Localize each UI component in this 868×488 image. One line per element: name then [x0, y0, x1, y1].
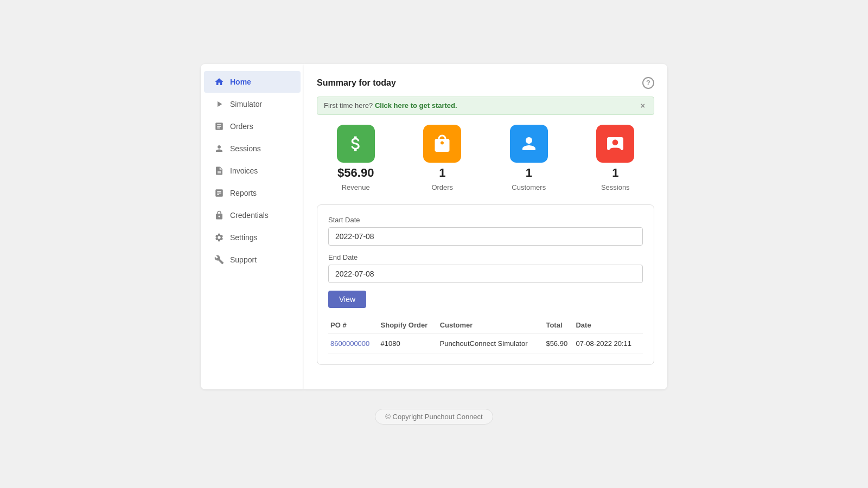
- sidebar-label-support: Support: [230, 255, 257, 264]
- sidebar-label-simulator: Simulator: [230, 100, 262, 108]
- support-icon: [214, 254, 225, 265]
- revenue-value: $56.90: [337, 166, 374, 180]
- start-date-input[interactable]: [328, 227, 643, 246]
- sidebar-label-orders: Orders: [230, 122, 253, 131]
- orders-icon: [214, 121, 225, 132]
- settings-icon: [214, 232, 225, 243]
- help-button[interactable]: ?: [642, 77, 654, 89]
- date-filter-section: Start Date End Date View PO # Shopif: [317, 204, 654, 365]
- sidebar-label-sessions: Sessions: [230, 144, 261, 153]
- main-content: Summary for today ? First time here? Cli…: [304, 64, 667, 389]
- table-row: 8600000000 #1080 PunchoutConnect Simulat…: [328, 333, 643, 353]
- stats-row: $56.90 Revenue 1 Orders: [317, 125, 654, 191]
- simulator-icon: [214, 99, 225, 110]
- revenue-icon-box: [337, 125, 375, 163]
- orders-table: PO # Shopify Order Customer Total Date 8…: [328, 317, 643, 354]
- invoices-icon: [214, 165, 225, 176]
- sidebar-label-invoices: Invoices: [230, 166, 258, 175]
- footer: © Copyright Punchout Connect: [375, 409, 493, 425]
- revenue-label: Revenue: [342, 183, 370, 191]
- customers-label: Customers: [512, 183, 546, 191]
- sidebar-label-home: Home: [230, 78, 251, 86]
- cell-customer: PunchoutConnect Simulator: [438, 333, 544, 353]
- sessions-icon-box: [596, 125, 634, 163]
- banner-text: First time here? Click here to get start…: [324, 101, 457, 110]
- sidebar-item-home[interactable]: Home: [204, 71, 301, 93]
- end-date-label: End Date: [328, 253, 643, 261]
- sidebar-item-invoices[interactable]: Invoices: [204, 160, 301, 182]
- home-icon: [214, 76, 225, 87]
- sessions-icon: [214, 143, 225, 154]
- col-shopify: Shopify Order: [379, 317, 438, 334]
- col-total: Total: [544, 317, 573, 334]
- stat-card-sessions: 1 Sessions: [577, 125, 655, 191]
- banner-close-button[interactable]: ×: [639, 101, 647, 110]
- orders-label: Orders: [431, 183, 453, 191]
- sidebar-item-sessions[interactable]: Sessions: [204, 138, 301, 159]
- po-link[interactable]: 8600000000: [330, 339, 369, 348]
- sessions-label: Sessions: [601, 183, 630, 191]
- end-date-group: End Date: [328, 253, 643, 283]
- first-time-banner: First time here? Click here to get start…: [317, 97, 654, 115]
- page-title: Summary for today: [317, 78, 396, 88]
- app-container: Home Simulator Orders: [0, 0, 868, 488]
- sessions-value: 1: [612, 166, 618, 180]
- stat-card-orders: 1 Orders: [404, 125, 482, 191]
- cell-total: $56.90: [544, 333, 573, 353]
- view-button[interactable]: View: [328, 291, 366, 308]
- customers-value: 1: [526, 166, 532, 180]
- banner-link[interactable]: Click here to get started.: [375, 101, 457, 110]
- orders-value: 1: [439, 166, 445, 180]
- sidebar-item-simulator[interactable]: Simulator: [204, 93, 301, 115]
- sidebar: Home Simulator Orders: [201, 64, 304, 389]
- main-wrapper: Home Simulator Orders: [201, 64, 667, 389]
- col-date: Date: [573, 317, 643, 334]
- sidebar-item-orders[interactable]: Orders: [204, 115, 301, 137]
- credentials-icon: [214, 210, 225, 221]
- sidebar-item-credentials[interactable]: Credentials: [204, 204, 301, 226]
- start-date-label: Start Date: [328, 216, 643, 224]
- sidebar-label-settings: Settings: [230, 233, 258, 242]
- sidebar-item-support[interactable]: Support: [204, 249, 301, 271]
- stat-card-customers: 1 Customers: [490, 125, 568, 191]
- cell-po: 8600000000: [328, 333, 379, 353]
- sidebar-label-credentials: Credentials: [230, 211, 269, 220]
- start-date-group: Start Date: [328, 216, 643, 246]
- cell-shopify: #1080: [379, 333, 438, 353]
- summary-header: Summary for today ?: [317, 77, 654, 89]
- copyright-badge: © Copyright Punchout Connect: [375, 409, 493, 425]
- col-po: PO #: [328, 317, 379, 334]
- end-date-input[interactable]: [328, 265, 643, 283]
- customers-icon-box: [510, 125, 548, 163]
- col-customer: Customer: [438, 317, 544, 334]
- sidebar-item-reports[interactable]: Reports: [204, 182, 301, 204]
- sidebar-item-settings[interactable]: Settings: [204, 227, 301, 248]
- cell-date: 07-08-2022 20:11: [573, 333, 643, 353]
- sidebar-label-reports: Reports: [230, 189, 257, 197]
- stat-card-revenue: $56.90 Revenue: [317, 125, 395, 191]
- orders-icon-box: [423, 125, 461, 163]
- reports-icon: [214, 188, 225, 198]
